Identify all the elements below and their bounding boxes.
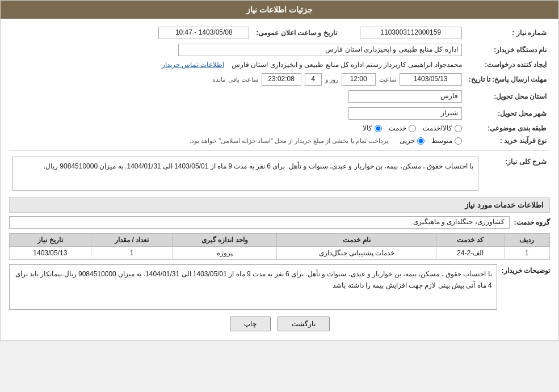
page-title: جزئیات اطلاعات نیاز bbox=[246, 5, 313, 14]
cell-row: 1 bbox=[504, 247, 549, 260]
purchase-type-radio-group: متوسط جزیی bbox=[400, 137, 462, 145]
creator-value: محمدجواد ابراهیمی کاربرداز رستم اداره کل… bbox=[232, 61, 462, 69]
category-label: طبقه بندی موضوعی: bbox=[465, 122, 550, 134]
need-description-table: شرح کلی نیاز: با احتساب حقوق ، مسکن، بیم… bbox=[9, 154, 550, 193]
deadline-time: 12:00 bbox=[342, 73, 376, 86]
category-radio-kala-khedmat[interactable] bbox=[455, 125, 462, 132]
category-label-khedmat: خدمت bbox=[389, 124, 406, 132]
cell-name: خدمات پشتیبانی جنگل‌داری bbox=[277, 247, 436, 260]
service-group-label: گروه خدمت: bbox=[514, 218, 550, 226]
category-label-kala-khedmat: کالا/خدمت bbox=[423, 124, 452, 132]
col-qty: تعداد / مقدار bbox=[91, 234, 173, 247]
deadline-day-label: روز و bbox=[325, 76, 338, 83]
buyer-notes-text: با احتساب حقوق ، مسکن، بیمه، بن خوار‌بار… bbox=[9, 264, 497, 310]
page-header: جزئیات اطلاعات نیاز bbox=[1, 1, 558, 19]
deadline-days: 4 bbox=[305, 73, 322, 86]
col-name: نام خدمت bbox=[277, 234, 436, 247]
button-row: بازگشت چاپ bbox=[9, 317, 550, 331]
purchase-type-row: متوسط جزیی پرداخت تمام یا بخشی از مبلغ خ… bbox=[12, 137, 462, 145]
buyer-org-value: اداره کل منابع طبیعی و ابخیزداری استان ف… bbox=[178, 44, 462, 56]
contact-link[interactable]: اطلاعات تماس خریدار bbox=[162, 61, 224, 69]
col-unit: واحد اندازه گیری bbox=[173, 234, 277, 247]
purchase-type-note: پرداخت تمام یا بخشی از مبلغ خریدار از مح… bbox=[190, 137, 388, 145]
purchase-radio-motavasset[interactable] bbox=[455, 137, 462, 145]
purchase-radio-jozi[interactable] bbox=[417, 137, 424, 145]
print-button[interactable]: چاپ bbox=[230, 317, 271, 331]
deadline-date: 1403/05/13 bbox=[400, 73, 462, 86]
province-value: فارس bbox=[348, 90, 462, 103]
category-radio-khedmat[interactable] bbox=[409, 125, 416, 132]
deadline-time-label: ساعت bbox=[379, 76, 396, 83]
purchase-type-jozi[interactable]: جزیی bbox=[400, 137, 424, 145]
need-description-value: با احتساب حقوق ، مسکن، بیمه، بن خواربار … bbox=[12, 157, 478, 191]
deadline-label: مهلت ارسال پاسخ: تا تاریخ: bbox=[465, 71, 550, 88]
info-table: شماره نیاز : 1103003112000159 تاریخ و سا… bbox=[9, 24, 550, 147]
need-number-value: 1103003112000159 bbox=[360, 27, 462, 39]
back-button[interactable]: بازگشت bbox=[278, 317, 330, 331]
col-date: تاریخ نیاز bbox=[10, 234, 91, 247]
need-desc-label: شرح کلی نیاز: bbox=[482, 154, 550, 193]
category-option-kala[interactable]: کالا bbox=[363, 124, 382, 132]
service-info-section-title: اطلاعات خدمات مورد نیاز bbox=[9, 197, 550, 213]
cell-code: الف-2-24 bbox=[436, 247, 504, 260]
service-group-value: کشاورزی، جنگلداری و ماهیگیری bbox=[9, 216, 510, 229]
cell-unit: پروژه bbox=[173, 247, 277, 260]
category-radio-group: کالا/خدمت خدمت کالا bbox=[12, 124, 462, 132]
buyer-notes-label: توضیحات خریدار: bbox=[502, 264, 550, 275]
buyer-org-label: نام دستگاه خریدار: bbox=[465, 41, 550, 58]
category-option-kala-khedmat[interactable]: کالا/خدمت bbox=[423, 124, 461, 132]
divider-1 bbox=[9, 150, 550, 151]
cell-qty: 1 bbox=[91, 247, 173, 260]
purchase-type-label: نوع فرآیند خرید : bbox=[465, 134, 550, 147]
purchase-label-motavasset: متوسط bbox=[431, 137, 452, 145]
purchase-type-motavasset[interactable]: متوسط bbox=[431, 137, 462, 145]
category-label-kala: کالا bbox=[363, 124, 372, 132]
deadline-remaining: 23:02:08 bbox=[262, 73, 301, 86]
date-announce-label: تاریخ و ساعت اعلان عمومی: bbox=[253, 24, 340, 41]
col-code: کد خدمت bbox=[436, 234, 504, 247]
city-label: شهر محل تحویل: bbox=[465, 105, 550, 122]
col-row: ردیف bbox=[504, 234, 549, 247]
date-announce-value: 1403/05/08 - 10:47 bbox=[158, 27, 249, 39]
creator-label: ایجاد کننده درخواست: bbox=[465, 58, 550, 71]
table-row: 1 الف-2-24 خدمات پشتیبانی جنگل‌داری پروژ… bbox=[10, 247, 550, 260]
deadline-remaining-label: ساعت باقی مانده bbox=[212, 76, 258, 83]
purchase-label-jozi: جزیی bbox=[400, 137, 415, 145]
city-value: شیراز bbox=[348, 107, 462, 120]
services-table: ردیف کد خدمت نام خدمت واحد اندازه گیری ت… bbox=[9, 233, 550, 260]
category-radio-kala[interactable] bbox=[375, 125, 382, 132]
need-number-label: شماره نیاز : bbox=[465, 24, 550, 41]
service-group-row: گروه خدمت: کشاورزی، جنگلداری و ماهیگیری bbox=[9, 216, 550, 229]
buyer-notes-row: توضیحات خریدار: با احتساب حقوق ، مسکن، ب… bbox=[9, 264, 550, 310]
cell-date: 1403/05/13 bbox=[10, 247, 91, 260]
province-label: استان محل تحویل: bbox=[465, 88, 550, 105]
category-option-khedmat[interactable]: خدمت bbox=[389, 124, 416, 132]
